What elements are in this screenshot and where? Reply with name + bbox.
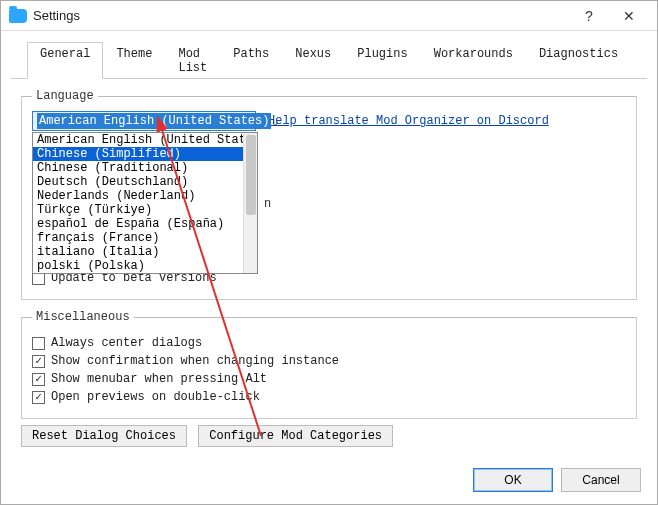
menubar-alt-checkbox[interactable]: ✓ bbox=[32, 373, 45, 386]
language-option[interactable]: American English (United States) bbox=[33, 133, 257, 147]
center-dialogs-label: Always center dialogs bbox=[51, 336, 202, 350]
app-folder-icon bbox=[9, 9, 27, 23]
ok-button[interactable]: OK bbox=[473, 468, 553, 492]
tab-bar: General Theme Mod List Paths Nexus Plugi… bbox=[11, 31, 647, 79]
tab-workarounds[interactable]: Workarounds bbox=[421, 42, 526, 79]
language-combo-selected: American English (United States) bbox=[37, 113, 271, 129]
tab-nexus[interactable]: Nexus bbox=[282, 42, 344, 79]
configure-mod-categories-button[interactable]: Configure Mod Categories bbox=[198, 425, 393, 447]
language-groupbox: Language American English (United States… bbox=[21, 89, 637, 300]
language-option[interactable]: italiano (Italia) bbox=[33, 245, 257, 259]
tab-general[interactable]: General bbox=[27, 42, 103, 79]
language-combo[interactable]: American English (United States) ⌄ Ameri… bbox=[32, 111, 256, 131]
language-option[interactable]: Türkçe (Türkiye) bbox=[33, 203, 257, 217]
dialog-button-bar: OK Cancel bbox=[473, 468, 641, 492]
language-option[interactable]: español de España (España) bbox=[33, 217, 257, 231]
scrollbar-thumb[interactable] bbox=[246, 135, 256, 215]
confirm-instance-checkbox[interactable]: ✓ bbox=[32, 355, 45, 368]
tab-paths[interactable]: Paths bbox=[220, 42, 282, 79]
help-button[interactable]: ? bbox=[569, 1, 609, 31]
language-option[interactable]: français (France) bbox=[33, 231, 257, 245]
language-dropdown: American English (United States) Chinese… bbox=[32, 132, 258, 274]
language-option[interactable]: Chinese (Simplified) bbox=[33, 147, 257, 161]
general-panel: Language American English (United States… bbox=[1, 79, 657, 453]
language-option[interactable]: Chinese (Traditional) bbox=[33, 161, 257, 175]
tab-diagnostics[interactable]: Diagnostics bbox=[526, 42, 631, 79]
confirm-instance-label: Show confirmation when changing instance bbox=[51, 354, 339, 368]
obscured-text: n bbox=[264, 197, 271, 211]
language-option[interactable]: Nederlands (Nederland) bbox=[33, 189, 257, 203]
language-option[interactable]: Deutsch (Deutschland) bbox=[33, 175, 257, 189]
tab-modlist[interactable]: Mod List bbox=[165, 42, 220, 79]
previews-dbl-label: Open previews on double-click bbox=[51, 390, 260, 404]
dropdown-scrollbar[interactable] bbox=[243, 133, 257, 273]
misc-legend: Miscellaneous bbox=[32, 310, 134, 324]
language-option[interactable]: polski (Polska) bbox=[33, 259, 257, 273]
menubar-alt-row[interactable]: ✓ Show menubar when pressing Alt bbox=[32, 372, 626, 386]
previews-dbl-checkbox[interactable]: ✓ bbox=[32, 391, 45, 404]
chevron-down-icon[interactable]: ⌄ bbox=[271, 113, 278, 129]
window-title: Settings bbox=[33, 8, 80, 23]
previews-dbl-row[interactable]: ✓ Open previews on double-click bbox=[32, 390, 626, 404]
close-button[interactable]: ✕ bbox=[609, 1, 649, 31]
menubar-alt-label: Show menubar when pressing Alt bbox=[51, 372, 267, 386]
center-dialogs-checkbox[interactable] bbox=[32, 337, 45, 350]
confirm-instance-row[interactable]: ✓ Show confirmation when changing instan… bbox=[32, 354, 626, 368]
titlebar: Settings ? ✕ bbox=[1, 1, 657, 31]
language-legend: Language bbox=[32, 89, 98, 103]
translate-help-link[interactable]: Help translate Mod Organizer on Discord bbox=[268, 114, 549, 128]
center-dialogs-row[interactable]: Always center dialogs bbox=[32, 336, 626, 350]
tab-plugins[interactable]: Plugins bbox=[344, 42, 420, 79]
misc-groupbox: Miscellaneous Always center dialogs ✓ Sh… bbox=[21, 310, 637, 419]
cancel-button[interactable]: Cancel bbox=[561, 468, 641, 492]
tab-theme[interactable]: Theme bbox=[103, 42, 165, 79]
reset-dialog-choices-button[interactable]: Reset Dialog Choices bbox=[21, 425, 187, 447]
